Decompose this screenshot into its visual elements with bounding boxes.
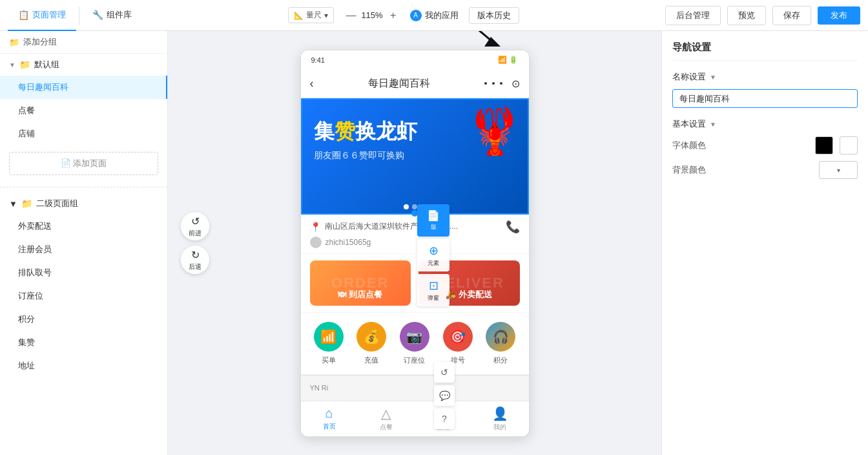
sidebar-item-queue[interactable]: 排队取号 [0, 261, 167, 284]
default-group-header[interactable]: ▼ 📁 默认组 [0, 54, 167, 76]
icon-item-3[interactable]: 🎯 排号 [443, 322, 473, 365]
default-group-folder-icon: 📁 [19, 59, 30, 70]
dot2 [412, 204, 417, 209]
elements-icon: ⊕ [429, 244, 439, 258]
svg-marker-0 [484, 37, 501, 47]
back-button[interactable]: ↻ 后退 [181, 246, 209, 274]
bg-color-label: 背景颜色 [672, 164, 812, 176]
icon-item-2[interactable]: 📷 订座位 [400, 322, 429, 365]
icon-circle-2: 📷 [400, 322, 429, 352]
icon-item-0[interactable]: 📶 买单 [314, 322, 344, 365]
status-time: 9:41 [311, 56, 325, 64]
icon-circle-4: 🎧 [486, 322, 515, 352]
sidebar-item-points[interactable]: 积分 [0, 308, 167, 331]
bg-color-swatch[interactable]: ▾ [819, 161, 858, 179]
float-tool-elements-label: 元素 [428, 259, 439, 268]
default-group-arrow: ▼ [9, 61, 16, 69]
float-tool-version[interactable]: 📄 版 [417, 204, 450, 237]
right-panel: 导航设置 名称设置 ▼ 基本设置 ▼ 字体颜色 背景颜色 ▾ [661, 31, 868, 455]
refresh-button[interactable]: ↺ [434, 362, 455, 383]
location-bar: 📍 南山区后海大道深圳软件产业基地23.... 📞 zhichi15065g [301, 215, 529, 254]
phone-page-title: 每日趣闻百科 [368, 77, 430, 90]
font-color-black-swatch[interactable] [815, 136, 833, 154]
sidebar-item-delivery[interactable]: 外卖配送 [0, 215, 167, 238]
page-name-input[interactable] [672, 89, 858, 108]
sidebar-item-reservation[interactable]: 订座位 [0, 284, 167, 308]
publish-button[interactable]: 发布 [818, 6, 860, 25]
bnav-order[interactable]: △ 点餐 [358, 406, 415, 432]
dot3 [500, 82, 502, 85]
basic-settings-header[interactable]: 基本设置 ▼ [672, 118, 858, 130]
tab-component-library[interactable]: 🔧 组件库 [82, 0, 142, 31]
sidebar-item-register[interactable]: 注册会员 [0, 238, 167, 261]
forward-button[interactable]: ↺ 前进 [181, 212, 209, 240]
ruler-icon: 📐 [294, 11, 304, 20]
status-icons: 📶 🔋 [498, 56, 518, 64]
help-button[interactable]: ? [434, 408, 455, 429]
float-tool-version-label: 版 [431, 223, 437, 231]
sidebar-item-address[interactable]: 地址 [0, 354, 167, 377]
dot1 [484, 82, 487, 85]
banner-subtext: 朋友圈６６赞即可换购 [314, 150, 404, 162]
delivery-label: 🛵 外卖配送 [446, 289, 492, 301]
icon-item-4[interactable]: 🎧 积分 [486, 322, 515, 365]
icon-item-1[interactable]: 💰 充值 [356, 322, 386, 365]
right-strip-buttons: ↺ 💬 ? [434, 362, 455, 429]
topbar-center: 📐 量尺 ▾ — 115% + A 我的应用 版本历史 [147, 7, 660, 24]
add-page-button[interactable]: 📄 添加页面 [9, 152, 158, 175]
phone-banner[interactable]: 集赞换龙虾 朋友圈６６赞即可换购 🦞 [301, 98, 529, 215]
icon-label-0: 买单 [322, 355, 336, 365]
name-settings-arrow: ▼ [710, 74, 716, 81]
comment-button[interactable]: 💬 [434, 385, 455, 406]
bnav-home[interactable]: ⌂ 首页 [301, 406, 358, 431]
location-pin-icon: 📍 [310, 222, 321, 232]
add-group-icon: 📁 [9, 37, 19, 47]
icon-2: 📷 [406, 329, 422, 344]
delivery-icon: 🛵 [446, 290, 456, 299]
sidebar-item-store[interactable]: 店铺 [0, 122, 167, 145]
float-tool-popup[interactable]: ⊡ 弹窗 [417, 274, 450, 306]
bnav-mine[interactable]: 👤 我的 [471, 406, 528, 432]
bnav-home-icon: ⌂ [326, 406, 333, 421]
icon-label-1: 充值 [364, 355, 378, 365]
ruler-dropdown-icon: ▾ [324, 11, 328, 20]
float-tool-popup-label: 弹窗 [428, 294, 439, 302]
tab-page-management[interactable]: 📋 页面管理 [8, 0, 76, 31]
float-tool-elements[interactable]: ⊕ 元素 [417, 239, 450, 271]
sidebar-item-likes[interactable]: 集赞 [0, 331, 167, 354]
bnav-mine-icon: 👤 [492, 406, 508, 421]
add-group-button[interactable]: 📁 添加分组 [0, 31, 167, 54]
my-app-button[interactable]: A 我的应用 [410, 10, 459, 21]
version-history-button[interactable]: 版本历史 [469, 7, 519, 24]
font-color-white-swatch[interactable] [840, 136, 858, 154]
ruler-button[interactable]: 📐 量尺 ▾ [288, 7, 334, 23]
icon-4: 🎧 [493, 329, 509, 344]
zoom-minus-button[interactable]: — [344, 10, 357, 21]
name-settings-header[interactable]: 名称设置 ▼ [672, 71, 858, 83]
phone-back-button[interactable]: ‹ [310, 77, 314, 90]
save-button[interactable]: 保存 [772, 6, 811, 25]
icon-0: 📶 [320, 329, 336, 344]
sidebar-item-order[interactable]: 点餐 [0, 99, 167, 122]
dine-in-button[interactable]: ORDER 🍽 到店点餐 [310, 260, 411, 306]
user-avatar [310, 237, 322, 248]
name-settings-section: 名称设置 ▼ [672, 71, 858, 108]
level2-group-folder-icon: 📁 [21, 198, 32, 209]
level2-group-header[interactable]: ▼ 📁 二级页面组 [0, 193, 167, 215]
record-icon: ⊙ [512, 78, 520, 90]
zoom-plus-button[interactable]: + [387, 10, 400, 21]
icon-circle-0: 📶 [314, 322, 344, 352]
font-color-row: 字体颜色 [672, 136, 858, 154]
add-page-icon: 📄 [61, 158, 71, 168]
dine-in-icon: 🍽 [338, 290, 346, 299]
dine-in-label: 🍽 到店点餐 [338, 289, 382, 301]
strip-label: YN Ri [310, 384, 329, 392]
sidebar-item-daily-trivia[interactable]: 每日趣闻百科 [0, 76, 167, 99]
username-label: zhichi15065g [326, 238, 371, 247]
phone-titlebar: ‹ 每日趣闻百科 ⊙ [301, 70, 529, 98]
service-buttons: ORDER 🍽 到店点餐 DELIVER 🛵 外卖配送 [301, 254, 529, 313]
preview-button[interactable]: 预览 [727, 6, 766, 25]
phone-call-icon[interactable]: 📞 [506, 220, 520, 234]
version-icon: 📄 [427, 209, 440, 222]
backend-button[interactable]: 后台管理 [665, 6, 721, 25]
